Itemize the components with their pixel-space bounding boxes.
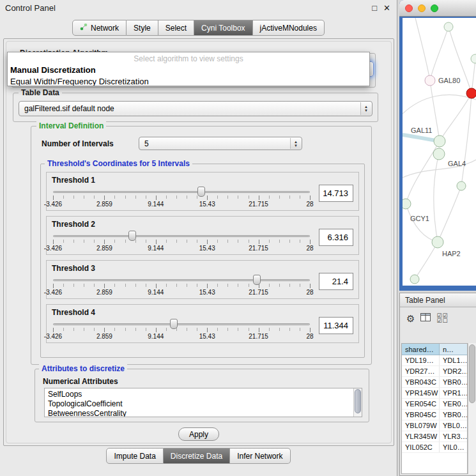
table-cell[interactable]: YPR1… [440, 388, 467, 398]
threshold-4-panel: Threshold 4 -3.426 2.859 [46, 304, 359, 343]
scale-tick-label: 15.43 [199, 201, 215, 208]
table-data-select[interactable]: galFiltered.sif default node ▲ ▼ [19, 101, 372, 116]
threshold-1-slider[interactable]: -3.426 2.859 9.144 15.43 21.715 28 [52, 186, 311, 209]
node-gal11[interactable] [434, 135, 445, 147]
list-scrollbar[interactable] [353, 388, 362, 417]
table-row[interactable]: YPR145W YPR1… [402, 388, 467, 399]
table-cell[interactable]: YER0… [440, 399, 467, 409]
threshold-1-value[interactable]: 14.713 [319, 185, 353, 202]
table-cell[interactable]: YDL1… [440, 355, 467, 365]
threshold-2-value[interactable]: 6.316 [319, 229, 353, 246]
table-cell[interactable]: YLR345W [402, 431, 440, 441]
tab-style[interactable]: Style [127, 20, 158, 36]
node-gal4[interactable] [433, 148, 445, 160]
table-row[interactable]: YDR27… YDR2… [402, 366, 467, 377]
table-cell[interactable]: YBR0… [440, 377, 467, 387]
node[interactable] [471, 54, 476, 63]
node-label-gal11: GAL11 [411, 127, 432, 134]
scale-tick-label: 9.144 [148, 245, 164, 252]
column-header-shared-name[interactable]: shared… [402, 344, 440, 355]
table-header-row: shared… n… [402, 344, 467, 355]
tab-cyni-toolbox[interactable]: Cyni Toolbox [194, 20, 252, 36]
scale-tick-label: -3.426 [44, 333, 62, 340]
slider-track [53, 323, 310, 325]
table-cell[interactable]: YBR0… [440, 410, 467, 420]
table-cell[interactable]: YBL079W [402, 420, 440, 431]
node[interactable] [457, 181, 466, 190]
scale-tick-label: 9.144 [148, 333, 164, 340]
table-panel: Table Panel ⚙ ☑ ☑ ☑ ☐ shared… n… [399, 293, 476, 476]
table-cell[interactable]: YPR145W [402, 388, 440, 398]
close-window-icon[interactable]: ✕ [383, 4, 390, 13]
table-cell[interactable]: YER054C [402, 399, 440, 409]
numerical-attributes-list[interactable]: SelfLoops TopologicalCoefficient Between… [44, 388, 362, 417]
table-row[interactable]: YLR345W YLR3… [402, 431, 467, 442]
table-cell[interactable]: YBR043C [402, 377, 440, 387]
node-gal80[interactable] [425, 75, 435, 86]
window-titlebar: Control Panel □ ✕ [0, 0, 397, 14]
table-row[interactable]: YIL052C YIL0… [402, 442, 467, 453]
tab-infer-network[interactable]: Infer Network [230, 448, 290, 464]
tab-discretize-data[interactable]: Discretize Data [164, 448, 230, 464]
number-of-intervals-select[interactable]: 5 ▲ ▼ [139, 137, 302, 150]
table-cell[interactable]: YLR3… [440, 431, 467, 441]
node[interactable] [444, 22, 453, 31]
scale-tick-label: -3.426 [44, 201, 62, 208]
table-row[interactable]: YDL19… YDL1… [402, 355, 467, 366]
arrow-down-icon: ▼ [364, 109, 368, 112]
table-cell[interactable]: YDL19… [402, 355, 440, 365]
threshold-2-panel: Threshold 2 -3.426 2.859 [46, 216, 359, 255]
node[interactable] [410, 275, 419, 284]
dropdown-placeholder-option[interactable]: Select algorithm to view settings [8, 54, 369, 65]
dropdown-option-equal-width[interactable]: Equal Width/Frequency Discretization [8, 76, 369, 86]
table-scrollbar[interactable] [468, 343, 476, 474]
table-row[interactable]: YBR043C YBR0… [402, 377, 467, 388]
tab-label: Network [91, 24, 119, 33]
threshold-4-slider[interactable]: -3.426 2.859 9.144 15.43 21.715 28 [52, 318, 311, 341]
tab-select[interactable]: Select [158, 20, 194, 36]
threshold-1-panel: Threshold 1 -3.426 2.859 [46, 172, 359, 211]
tab-network[interactable]: Network [72, 20, 127, 36]
float-window-icon[interactable]: □ [372, 4, 377, 13]
table-cell[interactable]: YDR2… [440, 366, 467, 376]
column-header-name[interactable]: n… [440, 344, 467, 355]
tab-jactivemnodules[interactable]: jActiveMNodules [253, 20, 325, 36]
table-cell[interactable]: YBL0… [440, 420, 467, 431]
slider-scale: -3.426 2.859 9.144 15.43 21.715 28 [53, 289, 310, 296]
threshold-2-slider[interactable]: -3.426 2.859 9.144 15.43 21.715 28 [52, 230, 311, 253]
columns-icon[interactable] [420, 312, 431, 324]
list-item[interactable]: TopologicalCoefficient [48, 399, 353, 409]
zoom-traffic-light[interactable] [431, 4, 438, 12]
selected-red-node[interactable] [466, 88, 476, 98]
close-traffic-light[interactable] [405, 4, 413, 12]
scrollbar-thumb[interactable] [355, 389, 361, 413]
scale-tick-label: 2.859 [96, 289, 112, 296]
node-hap2[interactable] [432, 236, 443, 248]
table-cell[interactable]: YBR045C [402, 410, 440, 420]
network-graph: GAL80 GAL11 GAL4 GCY1 HAP2 [403, 18, 476, 286]
network-canvas[interactable]: GAL80 GAL11 GAL4 GCY1 HAP2 [403, 18, 476, 286]
desktop: Control Panel □ ✕ Network Style Select [0, 0, 476, 476]
node-label-gal4: GAL4 [448, 160, 466, 167]
apply-button[interactable]: Apply [178, 427, 219, 441]
scrollbar-thumb[interactable] [469, 344, 475, 403]
minimize-traffic-light[interactable] [418, 4, 426, 12]
gear-icon[interactable]: ⚙ [406, 314, 415, 323]
select-attributes-icon[interactable]: ☑ ☑ ☑ ☐ [436, 313, 447, 323]
threshold-coordinates-label: Threshold's Coordinates for 5 Intervals [45, 159, 192, 169]
list-item[interactable]: BetweennessCentrality [48, 409, 353, 417]
table-row[interactable]: YER054C YER0… [402, 399, 467, 410]
tab-label: Infer Network [237, 452, 282, 461]
threshold-3-slider[interactable]: -3.426 2.859 9.144 15.43 21.715 28 [52, 274, 311, 297]
table-cell[interactable]: YDR27… [402, 366, 440, 376]
dropdown-option-manual-discretization[interactable]: Manual Discretization [8, 65, 369, 76]
table-cell[interactable]: YIL0… [440, 442, 467, 452]
threshold-4-value[interactable]: 11.344 [319, 317, 353, 334]
tab-impute-data[interactable]: Impute Data [106, 448, 163, 464]
table-cell[interactable]: YIL052C [402, 442, 440, 452]
threshold-3-value[interactable]: 21.4 [319, 273, 353, 290]
table-row[interactable]: YBL079W YBL0… [402, 420, 467, 431]
node-gcy1[interactable] [403, 199, 411, 209]
table-row[interactable]: YBR045C YBR0… [402, 410, 467, 420]
list-item[interactable]: SelfLoops [48, 390, 353, 399]
